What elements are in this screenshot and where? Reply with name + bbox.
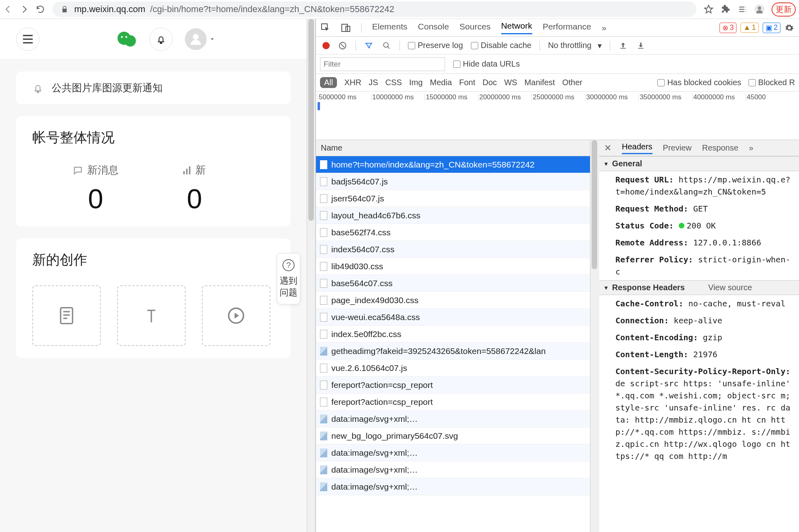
request-row[interactable]: badjs564c07.js [316, 173, 590, 190]
header-row: Content-Length: 21976 [599, 346, 799, 363]
menu-button[interactable] [16, 27, 40, 51]
search-icon[interactable] [382, 41, 391, 50]
request-row[interactable]: page_index49d030.css [316, 292, 590, 309]
type-font[interactable]: Font [459, 78, 475, 87]
request-row[interactable]: index.5e0ff2bc.css [316, 326, 590, 343]
profile-icon[interactable] [755, 4, 764, 14]
type-other[interactable]: Other [562, 78, 582, 87]
request-row[interactable]: vue-weui.eca5648a.css [316, 309, 590, 326]
request-row[interactable]: new_bg_logo_primary564c07.svg [316, 427, 590, 444]
create-tile-video[interactable] [202, 285, 270, 346]
upload-icon[interactable] [618, 41, 628, 50]
type-media[interactable]: Media [430, 78, 452, 87]
stat-new-messages[interactable]: 新消息 0 [73, 163, 119, 214]
device-icon[interactable] [341, 23, 351, 33]
stat2-label: 新 [195, 163, 206, 177]
hide-data-urls-checkbox[interactable]: Hide data URLs [453, 59, 520, 69]
stat-new-second[interactable]: 新 0 [183, 163, 206, 214]
extensions-icon[interactable] [721, 4, 730, 14]
blocked-requests-checkbox[interactable]: Blocked R [749, 78, 795, 87]
type-manifest[interactable]: Manifest [525, 78, 555, 87]
type-img[interactable]: Img [409, 78, 423, 87]
request-row[interactable]: fereport?action=csp_report [316, 377, 590, 394]
tab-console[interactable]: Console [418, 22, 449, 34]
notice-card[interactable]: 公共图片库图源更新通知 [16, 71, 291, 104]
request-row[interactable]: home?t=home/index&lang=zh_CN&token=55867… [316, 156, 590, 173]
create-tile-article[interactable] [32, 285, 101, 346]
file-icon [320, 194, 327, 203]
info-badge[interactable]: ▣2 [763, 23, 780, 33]
request-row[interactable]: base564c07.css [316, 275, 590, 292]
account-dropdown[interactable] [185, 28, 215, 50]
back-icon[interactable] [3, 4, 13, 14]
filter-icon[interactable] [364, 41, 374, 50]
download-icon[interactable] [636, 41, 646, 50]
type-ws[interactable]: WS [504, 78, 517, 87]
request-row[interactable]: layout_head4c67b6.css [316, 207, 590, 224]
request-row[interactable]: index564c07.css [316, 241, 590, 258]
detail-tab-response[interactable]: Response [702, 143, 738, 153]
reload-icon[interactable] [36, 4, 45, 14]
image-file-icon [320, 347, 327, 356]
request-row[interactable]: getheadimg?fakeid=3925243265&token=55867… [316, 343, 590, 360]
clear-icon[interactable] [338, 41, 347, 50]
warning-badge[interactable]: ▲1 [740, 23, 759, 33]
tab-performance[interactable]: Performance [543, 22, 591, 34]
tab-elements[interactable]: Elements [372, 22, 408, 34]
response-headers-section-header[interactable]: ▼Response HeadersView source [599, 280, 799, 295]
disable-cache-checkbox[interactable]: Disable cache [471, 41, 531, 50]
timeline-tick: 35000000 ms [638, 93, 692, 101]
forward-icon[interactable] [19, 4, 29, 14]
request-row[interactable]: data:image/svg+xml;… [316, 461, 590, 478]
file-icon [320, 296, 327, 305]
detail-tab-preview[interactable]: Preview [663, 143, 692, 153]
request-row[interactable]: data:image/svg+xml;… [316, 444, 590, 461]
inspect-icon[interactable] [321, 23, 330, 33]
throttling-dropdown[interactable]: No throttling ▾ [548, 41, 602, 50]
tab-sources[interactable]: Sources [460, 22, 491, 34]
type-js[interactable]: JS [368, 78, 378, 87]
timeline-overview[interactable]: 5000000 ms10000000 ms15000000 ms20000000… [316, 92, 799, 140]
request-row[interactable]: vue.2.6.10564c07.js [316, 360, 590, 377]
tab-network[interactable]: Network [501, 21, 532, 34]
type-css[interactable]: CSS [385, 78, 402, 87]
error-badge[interactable]: ⊗3 [720, 23, 736, 33]
header-row: Content-Security-Policy-Report-Only: de … [599, 363, 799, 465]
request-row[interactable]: data:image/svg+xml;… [316, 478, 590, 495]
update-button[interactable]: 更新 [772, 2, 796, 17]
reading-list-icon[interactable] [738, 4, 747, 14]
tabs-overflow-icon[interactable]: » [602, 23, 607, 33]
type-xhr[interactable]: XHR [344, 78, 361, 87]
notifications-button[interactable] [149, 27, 173, 51]
request-list-scrollbar[interactable] [590, 140, 599, 532]
type-all[interactable]: All [320, 77, 337, 88]
blocked-cookies-checkbox[interactable]: Has blocked cookies [657, 78, 741, 87]
close-details-icon[interactable]: ✕ [604, 143, 611, 153]
name-column-header[interactable]: Name [316, 140, 590, 156]
type-doc[interactable]: Doc [483, 78, 497, 87]
request-row[interactable]: fereport?action=csp_report [316, 394, 590, 411]
request-row[interactable]: jserr564c07.js [316, 190, 590, 207]
detail-tab-headers[interactable]: Headers [622, 142, 653, 154]
preserve-log-checkbox[interactable]: Preserve log [408, 41, 463, 50]
general-section-header[interactable]: ▼General [599, 156, 799, 171]
star-icon[interactable] [704, 4, 713, 14]
request-name: layout_head4c67b6.css [331, 211, 420, 220]
record-button[interactable] [322, 42, 330, 49]
view-source-link[interactable]: View source [708, 283, 752, 292]
request-name: new_bg_logo_primary564c07.svg [331, 431, 458, 441]
wechat-logo-icon [116, 29, 137, 50]
create-title: 新的创作 [32, 251, 274, 269]
detail-tabs-overflow-icon[interactable]: » [749, 143, 753, 153]
filter-input[interactable] [320, 57, 445, 71]
request-row[interactable]: data:image/svg+xml;… [316, 411, 590, 427]
request-row[interactable]: base562f74.css [316, 224, 590, 241]
address-bar[interactable]: mp.weixin.qq.com/cgi-bin/home?t=home/ind… [52, 2, 697, 17]
help-floater[interactable]: ? 遇到问题 [277, 253, 300, 304]
request-row[interactable]: lib49d030.css [316, 258, 590, 275]
page-scrollbar[interactable] [307, 19, 316, 532]
request-name: page_index49d030.css [331, 295, 418, 305]
file-icon [320, 262, 327, 271]
create-tile-text[interactable] [117, 285, 186, 346]
settings-icon[interactable] [784, 23, 794, 33]
